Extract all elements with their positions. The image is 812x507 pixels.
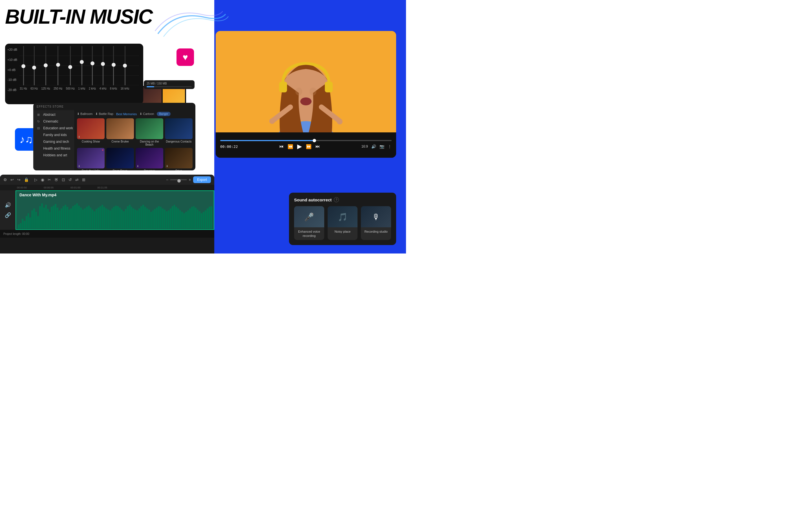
link-icon[interactable]: 🔗 — [5, 212, 11, 218]
aspect-ratio-selector[interactable]: 16:9 — [361, 145, 368, 149]
rotate-icon[interactable]: ↺ — [68, 177, 72, 182]
heart-badge[interactable]: ♥ — [176, 48, 194, 66]
video-progress-fill — [220, 140, 314, 141]
video-player: 00:00:22 ⏮ ⏪ ▶ ⏩ ⏭ 16:9 🔊 📷 ⋮ — [216, 31, 396, 158]
scissors-icon[interactable]: ✂ — [48, 177, 51, 182]
skip-end-button[interactable]: ⏭ — [315, 144, 320, 149]
fast-forward-button[interactable]: ⏩ — [306, 144, 312, 149]
zoom-controls: − + — [166, 177, 191, 182]
main-title: BUILT-IN MUSIC — [5, 5, 153, 28]
effects-cat-gaming[interactable]: Gaming and tech — [33, 138, 74, 145]
microphone-icon: 🎤 — [304, 212, 314, 221]
video-progress-bar[interactable] — [220, 140, 392, 141]
waveform-row: 🔊 🔗 Dance With My.mp4 — [0, 190, 214, 230]
eq-db-zero: +0 dB — [7, 68, 17, 71]
effects-item-cremebrulee[interactable]: Creme Brulee — [106, 118, 134, 146]
volume-icon[interactable]: 🔊 — [371, 144, 376, 149]
timeline-export-area: − + Export — [166, 175, 211, 185]
eq-band-125hz[interactable]: 125 Hz — [41, 46, 50, 90]
download-bar — [147, 86, 192, 87]
sound-autocorrect-panel: Sound autocorrect ? 🎤 Enhanced voice rec… — [289, 193, 396, 245]
effects-cat-cinematic[interactable]: ↻ Cinematic — [33, 118, 74, 125]
eq-band-8khz[interactable]: 8 kHz — [110, 46, 117, 90]
effects-cat-education[interactable]: ⊟ Education and work — [33, 125, 74, 131]
undo-icon[interactable]: ↩ — [10, 177, 14, 182]
filter-bestmemories[interactable]: Best Memories — [116, 112, 137, 116]
effects-store-header: EFFECTS STORE — [33, 103, 195, 109]
effects-cat-abstract[interactable]: ⊞ Abstract — [33, 111, 74, 118]
eq-band-250hz[interactable]: 250 Hz — [54, 46, 63, 90]
video-ctrl-buttons: ⏮ ⏪ ▶ ⏩ ⏭ — [279, 143, 320, 150]
effects-item-drive[interactable]: ⬇ Drive — [165, 148, 193, 171]
eq-band-2khz[interactable]: 2 kHz — [89, 46, 96, 90]
ruler-mark-3: 00:01:00 — [70, 186, 80, 189]
effects-item-deckthehalls[interactable]: ♥ ⬇ Deck the Halls — [77, 148, 105, 171]
effects-categories: ⊞ Abstract ↻ Cinematic ⊟ Education and w… — [33, 110, 74, 170]
zoom-minus-button[interactable]: − — [166, 177, 168, 182]
eq-db-plus20: +20 dB — [7, 48, 17, 51]
eq-band-31hz[interactable]: 31 Hz — [20, 46, 27, 90]
video-progress-knob[interactable] — [313, 139, 316, 142]
effects-item-dreamer[interactable]: ⬇ Dreamer — [136, 148, 163, 171]
effects-label-dangerous: Dangerous Contacts — [165, 140, 193, 143]
effects-item-dangerous[interactable]: Dangerous Contacts — [165, 118, 193, 146]
play-button[interactable]: ▶ — [297, 143, 302, 150]
svg-rect-12 — [325, 82, 333, 93]
flip-icon[interactable]: ⇄ — [75, 177, 79, 182]
eq-band-16khz[interactable]: 16 kHz — [121, 46, 130, 90]
audio-icon[interactable]: 🔊 — [5, 202, 11, 208]
sound-option-recording-studio[interactable]: 🎙 Recording studio — [361, 206, 391, 240]
effects-cat-hobbies[interactable]: Hobbies and art — [33, 152, 74, 159]
eq-db-plus10: +10 dB — [7, 58, 17, 61]
eq-band-4khz[interactable]: 4 kHz — [99, 46, 107, 90]
svg-point-9 — [296, 88, 302, 96]
screenshot-icon[interactable]: 📷 — [379, 144, 384, 149]
skip-start-button[interactable]: ⏮ — [279, 144, 284, 149]
effects-label-deepdown: Deep Down — [106, 169, 134, 170]
video-controls-row: 00:00:22 ⏮ ⏪ ▶ ⏩ ⏭ 16:9 🔊 📷 ⋮ — [220, 143, 392, 150]
merge-icon[interactable]: ⊞ — [82, 177, 86, 182]
download-bar-fill — [147, 86, 154, 87]
zoom-knob[interactable] — [177, 179, 181, 182]
export-button[interactable]: Export — [193, 176, 211, 183]
grid-icon: ⊟ — [37, 126, 41, 130]
more-options-icon[interactable]: ⋮ — [388, 144, 392, 149]
effects-label-deckthehalls: Deck the Halls — [77, 169, 105, 170]
filter-ballroom[interactable]: ⬇ Ballroom — [77, 112, 93, 116]
eq-band-1khz[interactable]: 1 kHz — [78, 46, 86, 90]
sound-options: 🎤 Enhanced voice recording 🎵 Noisy place… — [294, 206, 391, 240]
eq-band-63hz[interactable]: 63 Hz — [31, 46, 38, 90]
shield-icon[interactable]: ⛨ — [54, 177, 58, 182]
effects-item-dancing[interactable]: Dancing on the Beach — [136, 118, 163, 146]
redo-icon[interactable]: ↪ — [17, 177, 20, 182]
effects-item-deepdown[interactable]: Deep Down — [106, 148, 134, 171]
eq-bars: 31 Hz 63 Hz 125 Hz 250 Hz 500 Hz — [20, 46, 138, 90]
effects-cat-health[interactable]: Health and fitness — [33, 145, 74, 152]
effects-item-cooking[interactable]: ⬇ Cooking Show — [77, 118, 105, 146]
effects-cat-family[interactable]: Family and kids — [33, 131, 74, 138]
effects-label-dreamer: Dreamer — [136, 169, 163, 170]
timeline-panel: ⚙ ↩ ↪ 🔒 ▷ ◉ ✂ ⛨ ⊡ ↺ ⇄ ⊞ − + Export 00:00… — [0, 175, 214, 253]
effects-label-cooking: Cooking Show — [77, 140, 105, 143]
effects-label-cremebrulee: Creme Brulee — [106, 140, 134, 143]
lock-icon[interactable]: 🔒 — [24, 177, 29, 182]
settings-icon[interactable]: ⚙ — [3, 177, 7, 182]
download-icon-3: ⬇ — [137, 165, 139, 168]
sound-option-enhanced-voice[interactable]: 🎤 Enhanced voice recording — [294, 206, 324, 240]
sound-option-noisy-place[interactable]: 🎵 Noisy place — [327, 206, 358, 240]
filter-battlerap[interactable]: ⬇ Battle Rap — [95, 112, 113, 116]
circle-icon[interactable]: ◉ — [41, 177, 44, 182]
filter-banger-tag: Banger — [157, 112, 170, 116]
svg-point-13 — [300, 98, 312, 105]
timeline-toolbar: ⚙ ↩ ↪ 🔒 ▷ ◉ ✂ ⛨ ⊡ ↺ ⇄ ⊞ − + Export — [0, 175, 214, 185]
filter-cartoon[interactable]: ⬇ Cartoon — [140, 112, 154, 116]
eq-band-500hz[interactable]: 500 Hz — [66, 46, 75, 90]
crop-icon[interactable]: ⊡ — [62, 177, 65, 182]
sound-help-button[interactable]: ? — [334, 197, 339, 202]
zoom-plus-button[interactable]: + — [189, 177, 191, 182]
svg-point-17 — [337, 119, 343, 124]
rewind-button[interactable]: ⏪ — [288, 144, 293, 149]
svg-point-16 — [269, 118, 275, 124]
effects-label-drive: Drive — [165, 169, 193, 170]
cursor-icon[interactable]: ▷ — [35, 177, 38, 182]
